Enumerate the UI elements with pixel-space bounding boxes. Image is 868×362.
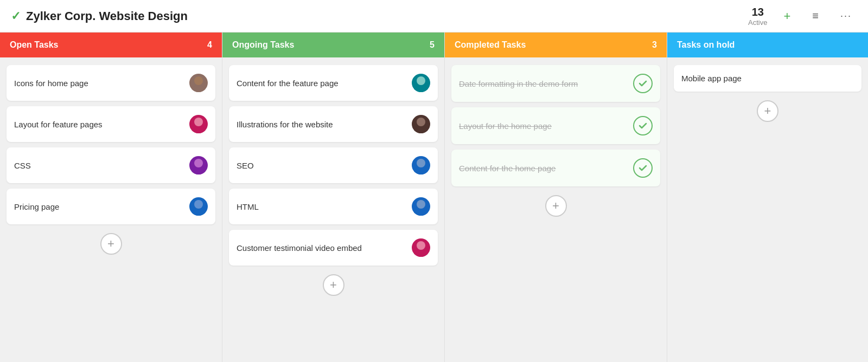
svg-point-14 [417, 200, 425, 209]
task-card[interactable]: Customer testimonial video embed [229, 230, 438, 266]
task-card[interactable]: Illustrations for the website [229, 106, 438, 142]
column-count-completed: 3 [652, 40, 657, 50]
add-task-hold-button[interactable]: + [757, 100, 778, 122]
task-card[interactable]: Content for the feature page [229, 65, 438, 101]
task-card-completed[interactable]: Content for the home page [451, 150, 660, 186]
task-label: Mobile app page [681, 74, 854, 83]
column-ongoing: Ongoing Tasks 5 Content for the feature … [222, 33, 445, 362]
task-card[interactable]: Pricing page [7, 189, 215, 224]
column-label-ongoing: Ongoing Tasks [232, 40, 294, 50]
svg-point-0 [194, 76, 203, 85]
check-icon: ✓ [11, 9, 21, 23]
add-task-open-button[interactable]: + [100, 233, 122, 255]
task-card[interactable]: Layout for feature pages [7, 106, 215, 142]
svg-point-8 [417, 76, 425, 85]
avatar [189, 156, 208, 174]
header-right: 13 Active + ≡ ··· [748, 5, 857, 27]
task-label: Date formatting in the demo form [459, 79, 628, 88]
header-left: ✓ Zylker Corp. Website Design [11, 9, 188, 23]
svg-point-17 [414, 250, 428, 257]
column-body-open: Icons for home page Layout for feature p… [0, 57, 222, 362]
add-task-completed-button[interactable]: + [545, 195, 567, 217]
column-count-ongoing: 5 [430, 40, 435, 50]
task-card[interactable]: CSS [7, 147, 215, 183]
svg-point-12 [417, 159, 425, 167]
column-header-ongoing: Ongoing Tasks 5 [222, 33, 444, 57]
avatar [412, 115, 430, 133]
svg-point-13 [414, 167, 428, 174]
svg-point-3 [192, 126, 206, 133]
header: ✓ Zylker Corp. Website Design 13 Active … [0, 0, 868, 33]
svg-point-11 [414, 126, 428, 133]
svg-point-16 [417, 241, 425, 250]
task-label: Layout for the home page [459, 121, 628, 131]
svg-point-5 [192, 167, 206, 174]
task-card[interactable]: HTML [229, 189, 438, 224]
task-label: SEO [237, 161, 412, 170]
column-hold: Tasks on hold Mobile app page + [667, 33, 868, 362]
svg-point-10 [417, 118, 425, 126]
active-count: 13 [752, 5, 764, 18]
avatar [412, 156, 430, 174]
avatar [412, 238, 430, 257]
column-label-hold: Tasks on hold [677, 40, 735, 50]
complete-check-icon [633, 74, 653, 93]
column-header-completed: Completed Tasks 3 [445, 33, 667, 57]
svg-point-9 [414, 85, 428, 92]
task-card-completed[interactable]: Date formatting in the demo form [451, 65, 660, 102]
column-body-hold: Mobile app page + [667, 57, 868, 362]
avatar [189, 115, 208, 133]
active-label: Active [748, 18, 767, 27]
svg-point-2 [194, 118, 203, 126]
task-label: CSS [14, 161, 189, 170]
task-card[interactable]: SEO [229, 147, 438, 183]
add-task-ongoing-button[interactable]: + [323, 274, 344, 296]
add-task-button[interactable]: + [778, 6, 796, 27]
board: Open Tasks 4 Icons for home page Layout … [0, 33, 868, 362]
column-body-ongoing: Content for the feature page Illustratio… [222, 57, 444, 362]
column-label-completed: Completed Tasks [455, 40, 526, 50]
column-header-hold: Tasks on hold [667, 33, 868, 57]
task-label: Customer testimonial video embed [237, 243, 412, 253]
avatar [412, 74, 430, 92]
avatar [189, 197, 208, 216]
task-label: Icons for home page [14, 79, 189, 88]
svg-point-15 [414, 209, 428, 216]
complete-check-icon [633, 116, 653, 135]
column-body-completed: Date formatting in the demo form Layout … [445, 57, 667, 362]
column-completed: Completed Tasks 3 Date formatting in the… [445, 33, 667, 362]
task-card[interactable]: Icons for home page [7, 65, 215, 101]
active-badge: 13 Active [748, 5, 767, 27]
task-label: Content for the feature page [237, 79, 412, 88]
svg-point-7 [192, 209, 206, 216]
column-open: Open Tasks 4 Icons for home page Layout … [0, 33, 222, 362]
avatar [189, 74, 208, 92]
svg-point-1 [192, 85, 206, 92]
task-label: Layout for feature pages [14, 120, 189, 129]
task-label: HTML [237, 202, 412, 211]
column-label-open: Open Tasks [10, 40, 59, 50]
more-options-button[interactable]: ··· [835, 7, 857, 25]
task-card-completed[interactable]: Layout for the home page [451, 107, 660, 144]
svg-point-6 [194, 200, 203, 209]
complete-check-icon [633, 158, 653, 178]
svg-point-4 [194, 159, 203, 167]
task-card[interactable]: Mobile app page [674, 65, 861, 92]
task-label: Pricing page [14, 202, 189, 211]
project-title: Zylker Corp. Website Design [26, 9, 188, 23]
list-view-button[interactable]: ≡ [807, 7, 824, 25]
column-count-open: 4 [207, 40, 212, 50]
task-label: Illustrations for the website [237, 120, 412, 129]
avatar [412, 197, 430, 216]
column-header-open: Open Tasks 4 [0, 33, 222, 57]
task-label: Content for the home page [459, 164, 628, 173]
